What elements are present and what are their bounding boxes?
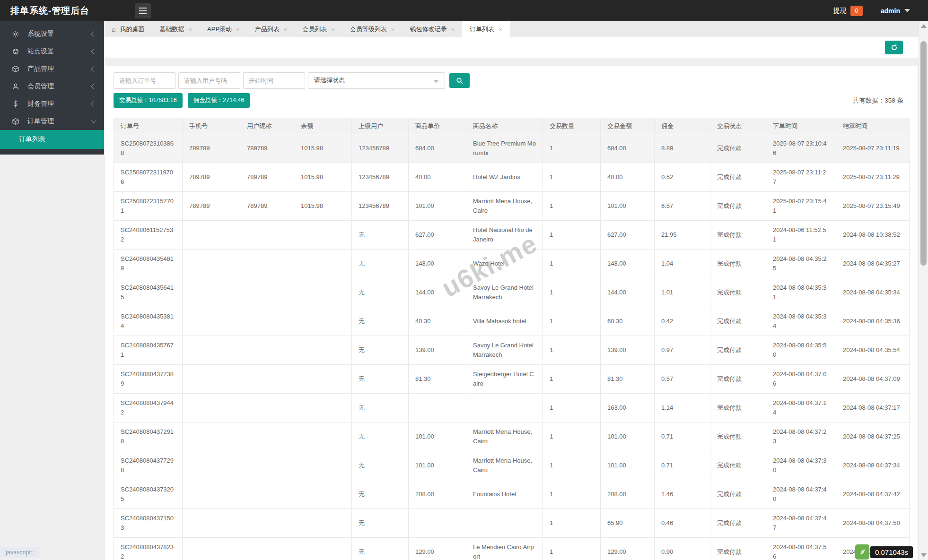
table-cell: 完成付款 (710, 192, 766, 221)
table-cell: 40.00 (409, 163, 466, 192)
app-title: 排单系统-管理后台 (0, 5, 89, 17)
tab-2[interactable]: APP滚动× (200, 21, 247, 37)
table-cell (294, 221, 352, 250)
table-cell: 0.71 (655, 451, 710, 480)
table-cell: Steigenberger Hotel Cairo (466, 365, 543, 394)
table-cell: 139.00 (409, 336, 466, 365)
close-icon[interactable]: × (331, 26, 335, 33)
tab-5[interactable]: 会员等级列表× (342, 21, 403, 37)
sidebar-item-0[interactable]: 系统设置 (0, 25, 104, 43)
user-no-input[interactable] (178, 72, 240, 89)
table-cell (240, 394, 294, 422)
table-cell: 129.00 (409, 538, 466, 560)
table-cell (240, 422, 294, 451)
table-cell: 无 (352, 509, 409, 538)
table-cell: 789789 (240, 134, 294, 163)
sidebar: 系统设置站点设置产品管理会员管理财务管理订单管理 订单列表 (0, 21, 104, 155)
start-time-input[interactable] (243, 72, 305, 89)
table-cell: SC24080804378232 (114, 538, 183, 560)
tab-6[interactable]: 钱包修改记录× (402, 21, 462, 37)
table-cell (240, 278, 294, 307)
tab-1[interactable]: 基础数据× (152, 21, 200, 37)
table-cell: Villa Mahasok hotel (466, 307, 543, 336)
table-cell (294, 307, 352, 336)
table-cell (183, 394, 240, 422)
scrollbar-thumb[interactable] (920, 41, 927, 266)
table-cell (240, 365, 294, 394)
withdraw-link[interactable]: 提现 0 (833, 6, 863, 16)
tab-7[interactable]: 订单列表× (462, 21, 510, 37)
table-cell: Hotel Nacional Rio de Janeiro (466, 221, 543, 250)
sidebar-item-label: 会员管理 (27, 82, 92, 91)
table-cell: 无 (352, 336, 409, 365)
table-cell: 1015.98 (294, 134, 352, 163)
column-header: 交易状态 (710, 118, 766, 134)
close-icon[interactable]: × (451, 26, 455, 33)
chevron-left-icon (91, 31, 96, 36)
table-cell: 2025-08-07 23:15:49 (836, 192, 910, 221)
sidebar-item-order-list[interactable]: 订单列表 (0, 130, 104, 149)
sidebar-item-label: 系统设置 (27, 30, 92, 38)
order-no-input[interactable] (114, 72, 175, 89)
sidebar-item-5[interactable]: 订单管理 (0, 112, 104, 130)
column-header: 结算时间 (836, 118, 910, 134)
table-cell: 0.71 (655, 422, 710, 451)
chevron-left-icon (91, 66, 96, 71)
vertical-scrollbar[interactable] (919, 21, 928, 560)
sidebar-item-2[interactable]: 产品管理 (0, 60, 104, 78)
table-cell: 2024-08-08 04:35:36 (836, 307, 910, 336)
table-cell: 2024-08-08 04:37:47 (766, 509, 836, 538)
tab-label: 会员等级列表 (350, 25, 387, 34)
sidebar-item-1[interactable]: 站点设置 (0, 43, 104, 60)
tab-4[interactable]: 会员列表× (295, 21, 342, 37)
table-cell: 2024-08-08 04:37:06 (766, 365, 836, 394)
table-cell: 0.46 (655, 509, 710, 538)
table-cell: 无 (352, 422, 409, 451)
table-cell (183, 480, 240, 509)
close-icon[interactable]: × (499, 26, 502, 33)
user-menu[interactable]: admin (881, 7, 910, 15)
orders-table-wrap: 订单号手机号用户昵称余额上级用户商品单价商品名称交易数量交易金额佣金交易状态下单… (114, 118, 909, 560)
filter-row: 请选择状态 (114, 72, 918, 89)
refresh-icon (891, 44, 898, 51)
table-cell: 完成付款 (710, 480, 766, 509)
page-timer-widget: 0.071043s (855, 544, 913, 560)
table-cell: 2024-08-08 04:35:34 (836, 278, 910, 307)
menu-toggle-icon[interactable] (135, 3, 151, 18)
table-cell (183, 365, 240, 394)
table-row: SC24080804372918无101.00Marriott Mena Hou… (114, 422, 910, 451)
close-icon[interactable]: × (236, 26, 240, 33)
tab-label: 钱包修改记录 (410, 25, 446, 34)
table-row: SC24080804377298无101.00Marriott Mena Hou… (114, 451, 910, 480)
scroll-down-icon[interactable] (921, 553, 927, 557)
table-cell: 1 (543, 480, 601, 509)
status-select[interactable]: 请选择状态 (308, 72, 445, 89)
table-cell: 0.97 (655, 336, 710, 365)
table-cell: 101.00 (409, 422, 466, 451)
table-cell (183, 221, 240, 250)
scroll-up-icon[interactable] (921, 24, 927, 28)
close-icon[interactable]: × (284, 26, 288, 33)
summary-row: 交易总额：107583.16 佣金总额：2714.46 共有数据：358 条 (114, 93, 918, 108)
sidebar-item-3[interactable]: 会员管理 (0, 78, 104, 95)
table-cell: 完成付款 (710, 250, 766, 278)
table-cell: 完成付款 (710, 307, 766, 336)
table-cell (294, 394, 352, 422)
tab-0[interactable]: ⌂我的桌面 (104, 21, 152, 37)
close-icon[interactable]: × (188, 26, 192, 33)
sidebar-item-4[interactable]: 财务管理 (0, 95, 104, 112)
table-cell: 完成付款 (710, 509, 766, 538)
column-header: 交易金额 (601, 118, 655, 134)
refresh-button[interactable] (885, 41, 903, 54)
search-button[interactable] (449, 73, 470, 88)
table-cell: 101.00 (409, 451, 466, 480)
table-cell: 1 (543, 538, 601, 560)
table-cell (183, 509, 240, 538)
chevron-left-icon (91, 101, 96, 106)
table-cell: 1 (543, 365, 601, 394)
close-icon[interactable]: × (391, 26, 395, 33)
tab-3[interactable]: 产品列表× (247, 21, 295, 37)
table-cell: SC24080804372918 (114, 422, 183, 451)
table-row: SC24080804371503无165.900.46完成付款2024-08-0… (114, 509, 910, 538)
home-icon: ⌂ (112, 26, 115, 33)
